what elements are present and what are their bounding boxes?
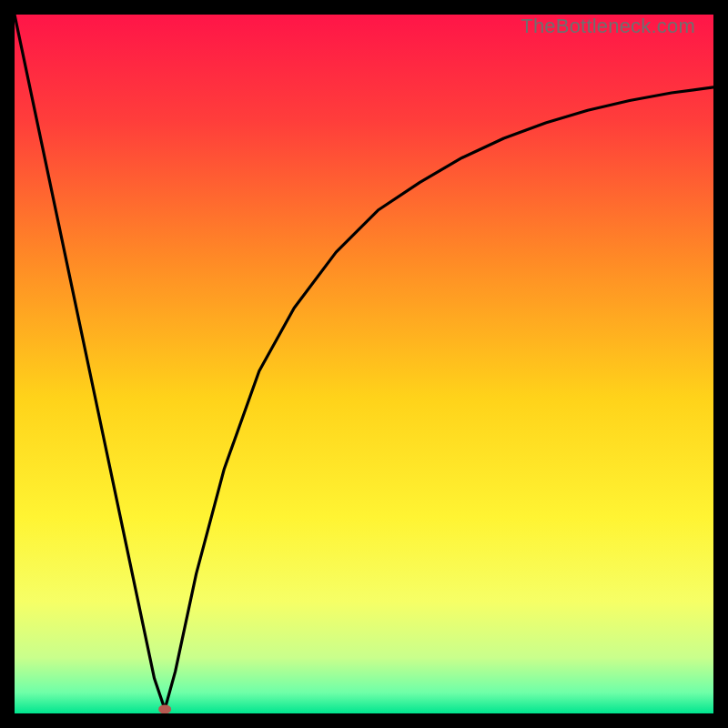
gradient-background: [15, 15, 713, 713]
chart-frame: TheBottleneck.com: [15, 15, 713, 713]
watermark-text: TheBottleneck.com: [521, 15, 695, 38]
marker-dot: [158, 704, 171, 713]
bottleneck-chart: [15, 15, 713, 713]
